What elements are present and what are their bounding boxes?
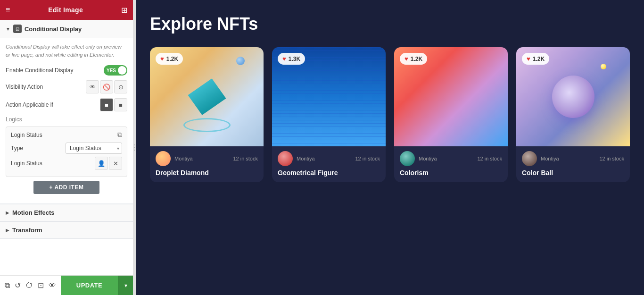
logic-item: Login Status ⧉ Type Login Status Login S… [6,126,127,177]
responsive-icon[interactable]: ⊡ [38,281,44,290]
like-badge-1[interactable]: ♥ 1.2K [156,53,183,65]
layers-icon[interactable]: ⧉ [5,281,10,290]
conditional-display-section-header[interactable]: ▼ ⊡ Conditional Display [0,20,133,38]
card-title-3: Colorism [400,169,502,177]
like-badge-2[interactable]: ♥ 1.3K [278,53,305,65]
heart-icon-4: ♥ [527,55,530,62]
type-row: Type Login Status [11,143,122,154]
color-ball [552,76,594,118]
nft-card-2[interactable]: ♥ 1.3K Montiya 12 in stock Geometrical F… [272,47,386,182]
nft-card-1[interactable]: ♥ 1.2K Montiya 12 in stock Droplet Diamo… [150,47,264,182]
login-status-label: Login Status [11,132,42,138]
type-select[interactable]: Login Status [66,143,122,154]
stock-4: 12 in stock [599,156,624,161]
card-meta-1: Montiya 12 in stock [156,151,258,166]
username-1: Montiya [174,156,193,161]
like-count-2: 1.3K [289,56,300,62]
visibility-clock-btn[interactable]: ⊙ [114,80,127,93]
avatar-3 [400,151,415,166]
card-meta-4: Montiya 12 in stock [522,151,624,166]
toggle-label: YES [107,68,116,73]
info-text: Conditional Display will take effect onl… [6,43,127,59]
visibility-hide-btn[interactable]: 🚫 [100,80,113,93]
nft-card-3[interactable]: ♥ 1.2K Montiya 12 in stock Colorism [394,47,508,182]
login-status-btns: 👤 ✕ [95,157,122,170]
conditional-display-title: Conditional Display [25,25,82,33]
avatar-row-1: Montiya [156,151,193,166]
nft-image-4: ♥ 1.2K [516,47,630,146]
toggle-knob [118,66,126,75]
preview-icon[interactable]: 👁 [49,281,56,290]
like-badge-3[interactable]: ♥ 1.2K [400,53,427,65]
enable-conditional-display-row: Enable Conditional Display YES [6,65,127,76]
action-applicable-label: Action Applicable if [6,101,53,108]
main-title: Explore NFTs [150,14,630,34]
action-any-btn[interactable]: ■ [114,98,127,111]
card-title-1: Droplet Diamond [156,169,258,177]
panel-title: Edit Image [48,6,83,14]
enable-label: Enable Conditional Display [6,67,73,74]
like-count-3: 1.2K [411,56,422,62]
add-item-button[interactable]: + ADD ITEM [33,181,99,194]
motion-effects-section: ▶ Motion Effects [0,204,133,221]
conditional-display-content: Conditional Display will take effect onl… [0,38,133,204]
visibility-action-buttons: 👁 🚫 ⊙ [86,80,127,93]
card-info-2: Montiya 12 in stock Geometrical Figure [272,146,386,182]
login-status-user-btn[interactable]: 👤 [95,157,108,170]
avatar-1 [156,151,171,166]
username-4: Montiya [541,156,559,161]
history-icon[interactable]: ⏱ [25,281,33,290]
card-meta-2: Montiya 12 in stock [278,151,380,166]
action-applicable-buttons: ■ ■ [100,98,127,111]
heart-icon-1: ♥ [160,55,164,62]
visibility-show-btn[interactable]: 👁 [86,80,99,93]
type-label: Type [11,145,23,152]
avatar-4 [522,151,537,166]
motion-effects-title: Motion Effects [12,209,55,216]
card-title-2: Geometrical Figure [278,169,380,177]
avatar-row-3: Montiya [400,151,437,166]
nft-card-4[interactable]: ♥ 1.2K Montiya 12 in stock Color Ball [516,47,630,182]
avatar-row-2: Montiya [278,151,315,166]
transform-section: ▶ Transform [0,221,133,239]
action-all-btn[interactable]: ■ [100,98,113,111]
update-dropdown-button[interactable]: ▾ [118,276,133,295]
card-info-3: Montiya 12 in stock Colorism [394,146,508,182]
stock-1: 12 in stock [233,156,258,161]
login-status-anon-btn[interactable]: ✕ [109,157,122,170]
action-applicable-row: Action Applicable if ■ ■ [6,98,127,111]
username-2: Montiya [297,156,315,161]
orbit-ring [183,118,231,132]
avatar-2 [278,151,293,166]
like-count-4: 1.2K [533,56,545,62]
logics-label: Logics [6,116,127,123]
type-select-wrapper: Login Status [66,143,122,154]
nft-grid: ♥ 1.2K Montiya 12 in stock Droplet Diamo… [150,47,630,182]
enable-conditional-display-toggle[interactable]: YES [104,65,127,76]
small-dot [601,64,606,69]
card-info-1: Montiya 12 in stock Droplet Diamond [150,146,264,182]
grid-icon[interactable]: ⊞ [121,6,127,15]
chevron-down-icon: ▼ [6,26,10,32]
like-badge-4[interactable]: ♥ 1.2K [522,53,549,65]
avatar-row-4: Montiya [522,151,559,166]
username-3: Montiya [419,156,437,161]
menu-icon[interactable]: ≡ [6,6,10,14]
like-count-1: 1.2K [166,56,178,62]
nft-image-3: ♥ 1.2K [394,47,508,146]
diamond-shape [183,77,231,117]
logic-copy-btn[interactable]: ⧉ [117,131,122,139]
conditional-display-icon: ⊡ [13,25,22,33]
login-status-row-label: Login Status [11,160,42,167]
main-area: Explore NFTs ♥ 1.2K Montiya [136,0,644,295]
login-status-field-row: Login Status 👤 ✕ [11,157,122,170]
left-panel: ≡ Edit Image ⊞ ▼ ⊡ Conditional Display C… [0,0,133,295]
card-meta-3: Montiya 12 in stock [400,151,502,166]
refresh-icon[interactable]: ↺ [15,281,21,290]
update-button[interactable]: UPDATE [61,276,118,295]
motion-effects-header[interactable]: ▶ Motion Effects [0,204,133,221]
panel-content: ▼ ⊡ Conditional Display Conditional Disp… [0,20,133,275]
transform-header[interactable]: ▶ Transform [0,222,133,239]
chevron-right-icon-2: ▶ [6,228,9,233]
visibility-action-label: Visibility Action [6,84,43,90]
